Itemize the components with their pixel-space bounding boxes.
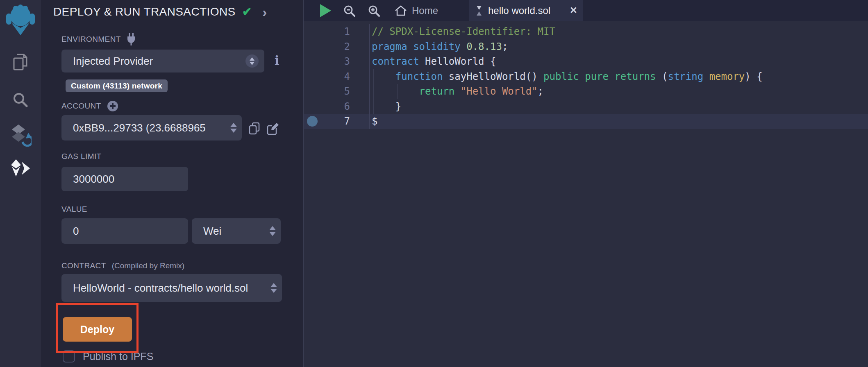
remix-logo[interactable] [5,2,36,35]
home-tab-label: Home [412,5,438,16]
line-number-2[interactable]: 2 [304,39,369,54]
contract-select-arrows-icon [270,283,277,293]
panel-header: DEPLOY & RUN TRANSACTIONS ✔ › [53,5,267,18]
check-icon: ✔ [242,5,252,18]
value-input[interactable]: 0 [61,218,188,244]
panel-title: DEPLOY & RUN TRANSACTIONS [53,5,236,18]
environment-select-arrows-icon[interactable] [245,54,259,68]
line-number-1[interactable]: 1 [304,24,369,39]
deploy-button[interactable]: Deploy [63,317,132,342]
value-unit: Wei [203,225,221,238]
home-icon [395,5,407,16]
file-explorer-icon[interactable] [9,51,32,74]
search-icon[interactable] [9,88,32,111]
gas-limit-value: 3000000 [73,173,114,186]
zoom-out-icon[interactable] [343,5,356,19]
run-script-icon[interactable] [320,4,331,17]
files-icon-glyph [11,52,30,72]
account-value: 0xBB9...29733 (23.6688965 [73,122,206,134]
code-line-4[interactable]: 4 function sayHelloWorld() public pure r… [304,69,868,84]
file-tab-label: hello world.sol [488,5,550,16]
copy-icon [248,122,261,136]
code-text[interactable]: $ [369,114,868,129]
line-number-5[interactable]: 5 [304,84,369,99]
publish-ipfs-label: Publish to IPFS [83,351,153,362]
deploy-panel: DEPLOY & RUN TRANSACTIONS ✔ › ENVIRONMEN… [41,0,304,367]
solidity-compiler-icon[interactable] [9,124,32,147]
code-line-7[interactable]: 7$ [304,114,868,129]
chevron-right-icon[interactable]: › [262,6,267,18]
value-amount: 0 [73,225,79,238]
unit-select-arrows-icon [269,226,276,236]
code-line-1[interactable]: 1// SPDX-License-Identifier: MIT [304,24,868,39]
breakpoint-dot[interactable] [307,116,318,127]
environment-select[interactable]: Injected Provider [61,50,264,72]
contract-select[interactable]: HelloWorld - contracts/hello world.sol [61,274,282,302]
code-line-5[interactable]: 5 return "Hello World"; [304,84,868,99]
network-badge: Custom (43113) network [66,79,168,92]
code-text[interactable]: pragma solidity 0.8.13; [369,39,868,54]
editor-topbar: Home hello world.sol ✕ [304,0,868,21]
copy-account-button[interactable] [248,121,261,136]
plug-icon [127,33,136,45]
icon-sidebar [0,0,41,367]
code-editor: Home hello world.sol ✕ 1// SPDX-License-… [304,0,868,367]
environment-label-row: ENVIRONMENT [61,33,136,45]
value-label: VALUE [61,205,87,214]
account-select[interactable]: 0xBB9...29733 (23.6688965 [61,115,242,140]
code-line-2[interactable]: 2pragma solidity 0.8.13; [304,39,868,54]
environment-label: ENVIRONMENT [61,35,121,44]
contract-note: (Compiled by Remix) [112,261,184,270]
remix-app: DEPLOY & RUN TRANSACTIONS ✔ › ENVIRONMEN… [0,0,868,367]
line-number-6[interactable]: 6 [304,99,369,114]
code-text[interactable]: contract HelloWorld { [369,54,868,69]
zoom-in-icon[interactable] [368,5,381,19]
publish-row: Publish to IPFS [63,350,153,362]
code-text[interactable]: function sayHelloWorld() public pure ret… [369,69,868,84]
contract-value: HelloWorld - contracts/hello world.sol [73,282,248,295]
remix-logo-icon [5,2,36,35]
publish-ipfs-checkbox[interactable] [63,350,75,362]
tab-hello-world-sol[interactable]: hello world.sol ✕ [469,0,583,21]
close-tab-icon[interactable]: ✕ [570,5,577,16]
gas-limit-input[interactable]: 3000000 [61,167,188,191]
account-label: ACCOUNT [61,102,101,111]
code-text[interactable]: return "Hello World"; [369,84,868,99]
deploy-icon-glyph [10,159,31,178]
value-unit-select[interactable]: Wei [192,218,281,244]
contract-label: CONTRACT [61,261,106,270]
code-line-3[interactable]: 3contract HelloWorld { [304,54,868,69]
code-line-6[interactable]: 6 } [304,99,868,114]
info-icon[interactable]: i [275,53,279,68]
environment-value: Injected Provider [73,55,153,68]
line-number-3[interactable]: 3 [304,54,369,69]
edit-account-button[interactable] [266,121,280,136]
code-area: 1// SPDX-License-Identifier: MIT2pragma … [304,21,868,367]
contract-label-row: CONTRACT (Compiled by Remix) [61,261,184,270]
solidity-file-icon [475,5,483,16]
tab-home[interactable]: Home [395,0,438,21]
add-account-icon[interactable] [107,100,118,112]
account-select-arrows-icon [230,123,237,133]
edit-pencil-icon [266,122,279,136]
compiler-icon-glyph [9,124,32,147]
code-text[interactable]: } [369,99,868,114]
code-text[interactable]: // SPDX-License-Identifier: MIT [369,24,868,39]
gas-limit-label: GAS LIMIT [61,152,102,161]
line-number-4[interactable]: 4 [304,69,369,84]
search-icon-glyph [12,91,29,109]
deploy-run-icon[interactable] [9,157,32,180]
account-label-row: ACCOUNT [61,100,118,112]
